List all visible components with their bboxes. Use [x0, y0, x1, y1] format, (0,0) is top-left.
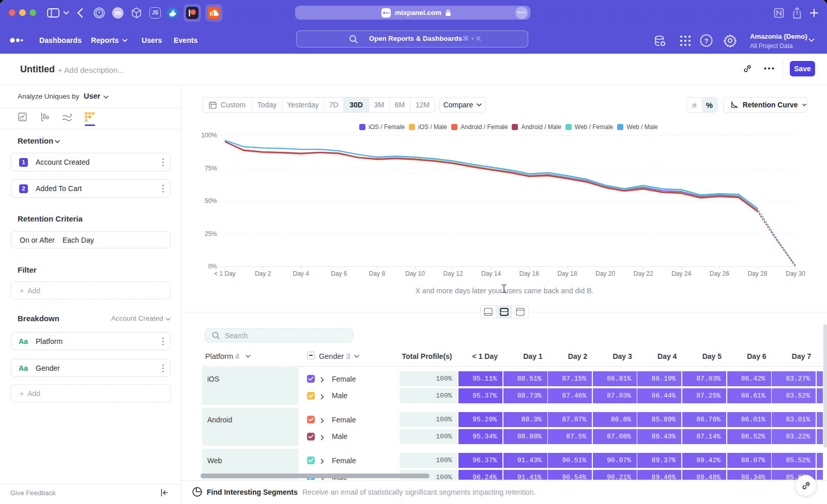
svg-text:?: ?: [705, 37, 709, 45]
